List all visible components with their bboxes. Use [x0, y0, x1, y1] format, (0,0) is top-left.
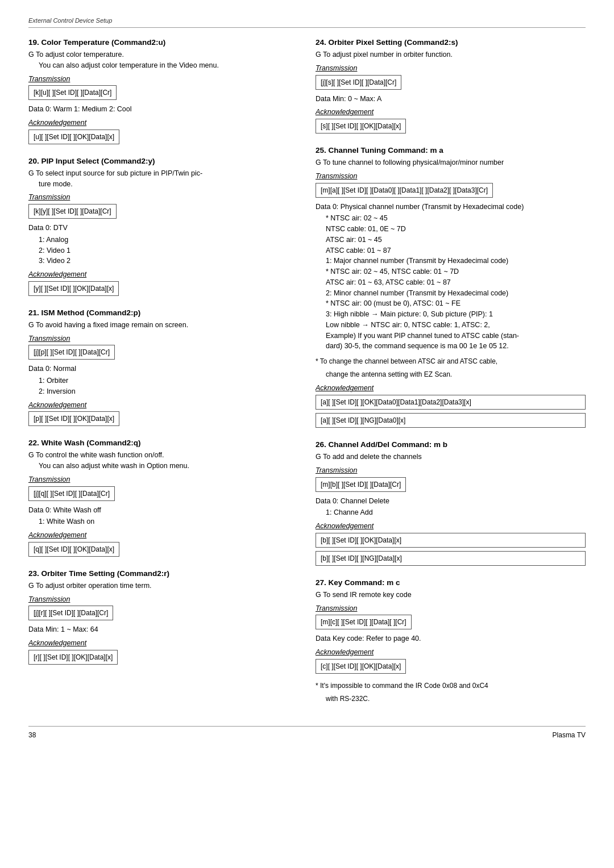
section-25-trans-label: Transmission [316, 171, 586, 182]
section-25-title: 25. Channel Tuning Command: m a [316, 146, 586, 155]
section-24-body: G To adjust pixel number in orbiter func… [316, 49, 586, 136]
section-25-trans-code: [m][a][ ][Set ID][ ][Data0][ ][Data1][ ]… [316, 183, 493, 198]
section-22-data0: Data 0: White Wash off [28, 505, 298, 516]
section-21-intro: G To avoid having a fixed image remain o… [28, 320, 298, 331]
section-24-data0: Data Min: 0 ~ Max: A [316, 94, 586, 105]
section-21-data1: 1: Orbiter [39, 375, 298, 386]
section-27-data0: Data Key code: Refer to page 40. [316, 633, 586, 644]
section-27-trans-label: Transmission [316, 603, 586, 614]
section-27-title: 27. Key Command: m c [316, 578, 586, 587]
section-21-trans-label: Transmission [28, 333, 298, 344]
section-22-body: G To control the white wash function on/… [28, 450, 298, 559]
section-27-ack-code: [c][ ][Set ID][ ][OK][Data][x] [316, 659, 406, 674]
page: External Control Device Setup 19. Color … [0, 0, 614, 762]
header: External Control Device Setup [28, 17, 586, 28]
section-25-data11: Low nibble → NTSC air: 0, NTSC cable: 1,… [326, 320, 586, 331]
section-25-note2: change the antenna setting with EZ Scan. [326, 369, 586, 380]
section-26-ack-label: Acknowledgement [316, 521, 586, 532]
section-22: 22. White Wash (Command2:q) G To control… [28, 439, 298, 559]
section-25-data6: * NTSC air: 02 ~ 45, NTSC cable: 01 ~ 7D [326, 266, 586, 277]
section-20-trans-code: [k][y][ ][Set ID][ ][Data][Cr] [28, 204, 117, 219]
footer-page: 38 [28, 731, 36, 739]
section-20-title: 20. PIP Input Select (Command2:y) [28, 157, 298, 165]
section-25-data5: 1: Major channel number (Transmit by Hex… [326, 256, 586, 266]
section-24-ack-code: [s][ ][Set ID][ ][OK][Data][x] [316, 119, 406, 133]
section-21: 21. ISM Method (Command2:p) G To avoid h… [28, 308, 298, 429]
section-27-final-note1-text: * It's impossible to command the IR Code… [316, 682, 488, 690]
section-19-trans-code: [k][u][ ][Set ID][ ][Data][Cr] [28, 85, 117, 100]
section-25-data7: ATSC air: 01 ~ 63, ATSC cable: 01 ~ 87 [326, 277, 586, 288]
section-20-body: G To select input source for sub picture… [28, 168, 298, 298]
left-column: 19. Color Temperature (Command2:u) G To … [28, 38, 298, 715]
section-23-body: G To adjust orbiter operation time term.… [28, 581, 298, 667]
section-25-note1-text: * To change the channel between ATSC air… [316, 357, 497, 365]
section-19-intro2: You can also adjust color temperature in… [39, 60, 298, 71]
footer: 38 Plasma TV [28, 726, 586, 739]
section-25-data10: 3: High nibble → Main picture: 0, Sub pi… [326, 309, 586, 320]
section-19-title: 19. Color Temperature (Command2:u) [28, 38, 298, 47]
header-text: External Control Device Setup [28, 17, 112, 24]
section-23-title: 23. Orbiter Time Setting (Command2:r) [28, 569, 298, 578]
section-25-data8: 2: Minor channel number (Transmit by Hex… [326, 288, 586, 299]
section-25-ack-code1: [a][ ][Set ID][ ][OK][Data0][Data1][Data… [316, 395, 586, 410]
section-25-ack-codes: [a][ ][Set ID][ ][OK][Data0][Data1][Data… [316, 395, 586, 430]
section-22-title: 22. White Wash (Command2:q) [28, 439, 298, 447]
section-27-final-note2: with RS-232C. [326, 694, 586, 704]
section-25-data2: NTSC cable: 01, 0E ~ 7D [326, 224, 586, 235]
section-23-ack-label: Acknowledgement [28, 638, 298, 649]
section-27-body: G To send IR remote key code Transmissio… [316, 590, 586, 704]
section-21-data2: 2: Inversion [39, 386, 298, 397]
section-24-ack-label: Acknowledgement [316, 107, 586, 118]
main-columns: 19. Color Temperature (Command2:u) G To … [28, 38, 586, 715]
section-25-note1: * To change the channel between ATSC air… [316, 356, 586, 367]
section-20-data2: 2: Video 1 [39, 245, 298, 256]
section-25-ack-label: Acknowledgement [316, 383, 586, 394]
section-21-ack-code: [p][ ][Set ID][ ][OK][Data][x] [28, 411, 119, 426]
section-25-data1: * NTSC air: 02 ~ 45 [326, 213, 586, 224]
section-27-final-note1: * It's impossible to command the IR Code… [316, 681, 586, 691]
section-19-ack-code: [u][ ][Set ID][ ][OK][Data][x] [28, 130, 119, 144]
section-22-trans-code: [j][q][ ][Set ID][ ][Data][Cr] [28, 486, 115, 501]
section-22-intro: G To control the white wash function on/… [28, 450, 298, 461]
section-26-trans-code: [m][b][ ][Set ID][ ][Data][Cr] [316, 477, 406, 492]
section-26-trans-label: Transmission [316, 465, 586, 476]
section-25-ack-code2: [a][ ][Set ID][ ][NG][Data0][x] [316, 413, 586, 428]
section-20-data1: 1: Analog [39, 235, 298, 245]
section-26-data1: 1: Channe Add [326, 507, 586, 518]
section-24-trans-label: Transmission [316, 63, 586, 74]
section-24-title: 24. Orbiter Pixel Setting (Command2:s) [316, 38, 586, 47]
section-23-intro: G To adjust orbiter operation time term. [28, 581, 298, 591]
section-26: 26. Channel Add/Del Command: m b G To ad… [316, 440, 586, 568]
section-22-trans-label: Transmission [28, 474, 298, 485]
section-21-data0: Data 0: Normal [28, 364, 298, 374]
section-26-ack-codes: [b][ ][Set ID][ ][OK][Data][x] [b][ ][Se… [316, 533, 586, 568]
section-25-note2-text: change the antenna setting with EZ Scan. [326, 370, 452, 378]
section-21-title: 21. ISM Method (Command2:p) [28, 308, 298, 317]
section-19-trans-label: Transmission [28, 74, 298, 85]
section-26-ack-code2: [b][ ][Set ID][ ][NG][Data][x] [316, 551, 586, 566]
section-26-data0: Data 0: Channel Delete [316, 496, 586, 507]
section-23-data0: Data Min: 1 ~ Max: 64 [28, 624, 298, 635]
section-23: 23. Orbiter Time Setting (Command2:r) G … [28, 569, 298, 667]
section-21-ack-label: Acknowledgement [28, 400, 298, 411]
section-22-ack-code: [q][ ][Set ID][ ][OK][Data][x] [28, 542, 119, 557]
section-19-body: G To adjust color temperature. You can a… [28, 49, 298, 147]
section-27-trans-code: [m][c][ ][Set ID][ ][Data][ ][Cr] [316, 615, 412, 629]
section-26-ack-code1: [b][ ][Set ID][ ][OK][Data][x] [316, 533, 586, 548]
section-25-intro: G To tune channel to following physical/… [316, 157, 586, 168]
section-19-data: Data 0: Warm 1: Medium 2: Cool [28, 104, 298, 115]
section-20-intro: G To select input source for sub picture… [28, 168, 298, 179]
section-24-trans-code: [j][s][ ][Set ID][ ][Data][Cr] [316, 75, 401, 90]
section-25: 25. Channel Tuning Command: m a G To tun… [316, 146, 586, 430]
section-22-intro2: You can also adjust white wash in Option… [39, 461, 298, 471]
section-20: 20. PIP Input Select (Command2:y) G To s… [28, 157, 298, 298]
section-25-data12: Example) If you want PIP channel tuned t… [326, 331, 586, 341]
section-27: 27. Key Command: m c G To send IR remote… [316, 578, 586, 704]
section-22-ack-label: Acknowledgement [28, 530, 298, 541]
section-21-body: G To avoid having a fixed image remain o… [28, 320, 298, 429]
section-21-trans-code: [j][p][ ][Set ID][ ][Data][Cr] [28, 345, 115, 360]
section-25-body: G To tune channel to following physical/… [316, 157, 586, 430]
footer-product: Plasma TV [553, 731, 586, 739]
section-22-data1: 1: White Wash on [39, 516, 298, 527]
section-20-ack-label: Acknowledgement [28, 269, 298, 280]
